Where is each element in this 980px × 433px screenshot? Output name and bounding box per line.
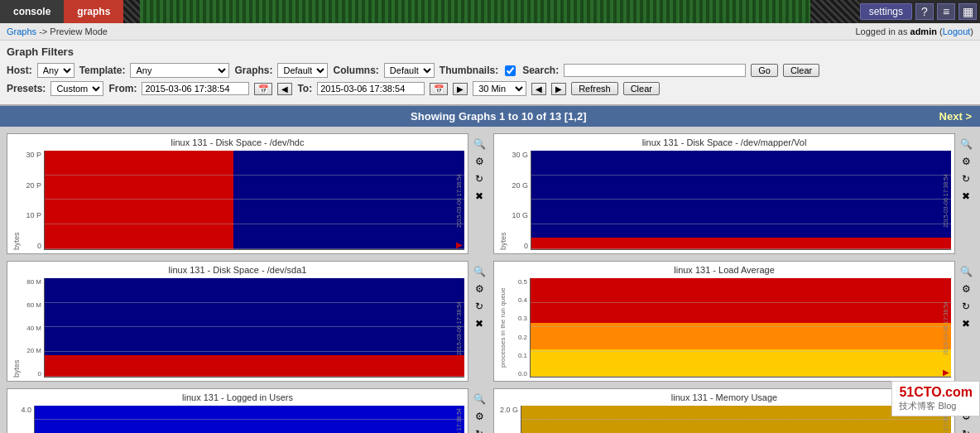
calendar-to-btn[interactable]: 📅: [430, 83, 448, 95]
settings-icon-1[interactable]: ⚙: [958, 154, 973, 169]
arrow-left-btn[interactable]: ◀: [277, 83, 292, 95]
settings-icon-0[interactable]: ⚙: [472, 154, 487, 169]
settings-button[interactable]: settings: [860, 3, 912, 20]
thumbnails-checkbox[interactable]: [505, 65, 516, 76]
nav-right-strip: [810, 0, 860, 23]
nav-right-buttons: settings ? ≡ ▦: [860, 0, 980, 23]
graph-box-5: linux 131 - Memory Usage 2.0 G 2015-03-0…: [493, 388, 955, 433]
clear2-button[interactable]: Clear: [623, 82, 660, 95]
bar-2: [45, 278, 464, 377]
search-input[interactable]: [564, 64, 746, 77]
host-select[interactable]: Any: [37, 63, 74, 78]
span-select[interactable]: 30 Min 1 Hour 2 Hours: [473, 81, 526, 96]
to-input[interactable]: [317, 82, 425, 95]
graph-icons-3: 🔍 ⚙ ↻ ✖: [958, 261, 973, 331]
refresh-icon-5[interactable]: ↻: [958, 426, 973, 433]
graph-box-2: linux 131 - Disk Space - /dev/sda1 bytes…: [7, 261, 468, 382]
clear-button[interactable]: Clear: [783, 64, 819, 77]
graph-icons-4: 🔍 ⚙ ↻ ✖: [472, 388, 487, 433]
next-link[interactable]: Next >: [939, 110, 972, 123]
filter-row-2: Presets: Custom From: 📅 ◀ To: 📅 ▶ 30 Min…: [7, 81, 973, 96]
y-label-0: bytes: [11, 151, 21, 250]
columns-label: Columns:: [333, 65, 378, 76]
y-label-3: processes in the run queue: [497, 278, 507, 378]
zoom-icon-0[interactable]: 🔍: [472, 137, 487, 152]
graph-icons-1: 🔍 ⚙ ↻ ✖: [958, 133, 973, 204]
chart-area-2: ▶: [44, 278, 464, 378]
columns-select[interactable]: Default: [384, 63, 435, 78]
zoom-icon-1[interactable]: 🔍: [958, 137, 973, 152]
logout-link[interactable]: Logout: [943, 26, 971, 36]
zoom-icon-4[interactable]: 🔍: [472, 392, 487, 407]
graph-box-0: linux 131 - Disk Space - /dev/hdc bytes …: [7, 133, 468, 254]
graph-card-1: linux 131 - Disk Space - /dev/mapper/Vol…: [493, 133, 973, 254]
bar-5: [521, 406, 951, 433]
refresh-icon-0[interactable]: ↻: [472, 171, 487, 186]
filters-title: Graph Filters: [7, 46, 973, 58]
from-input[interactable]: [142, 82, 249, 95]
main-content: linux 131 - Disk Space - /dev/hdc bytes …: [0, 127, 980, 433]
graphs-tab-label: graphs: [77, 6, 110, 17]
template-select[interactable]: Any: [130, 63, 229, 78]
graphs-link[interactable]: Graphs: [7, 26, 36, 36]
delete-icon-3[interactable]: ✖: [958, 316, 973, 331]
chart-area-1: ▶: [531, 151, 951, 250]
logged-in-prefix: Logged in as: [855, 26, 907, 36]
timestamp-2: 2015-03-06 17:38:54: [453, 278, 464, 378]
graph-card-0: linux 131 - Disk Space - /dev/hdc bytes …: [7, 133, 487, 254]
y-label-1: bytes: [497, 151, 507, 250]
delete-icon-1[interactable]: ✖: [958, 189, 973, 204]
go-button[interactable]: Go: [751, 64, 778, 77]
delete-icon-0[interactable]: ✖: [472, 189, 487, 204]
settings-icon-4[interactable]: ⚙: [472, 409, 487, 424]
arrow-right-btn[interactable]: ▶: [453, 83, 468, 95]
search-label: Search:: [522, 65, 559, 76]
y-axis-3: 0.5 0.4 0.3 0.2 0.1 0.0: [507, 278, 530, 378]
graphs-grid: linux 131 - Disk Space - /dev/hdc bytes …: [7, 133, 973, 433]
graph-box-1: linux 131 - Disk Space - /dev/mapper/Vol…: [493, 133, 955, 254]
graph-title-3: linux 131 - Load Average: [497, 265, 951, 275]
y-axis-5: 2.0 G: [497, 406, 521, 433]
timestamp-0: 2015-03-06 17:38:54: [453, 151, 464, 250]
y-label-2: bytes: [11, 278, 21, 378]
thumbnails-label: Thumbnails:: [440, 65, 498, 76]
graph-icon-btn[interactable]: ▦: [958, 3, 977, 20]
refresh-icon-1[interactable]: ↻: [958, 171, 973, 186]
bar-3: [531, 278, 951, 377]
span-prev-btn[interactable]: ◀: [531, 83, 546, 95]
settings-icon-2[interactable]: ⚙: [472, 281, 487, 296]
help-icon-btn[interactable]: ?: [915, 3, 934, 20]
breadcrumb-arrow: ->: [39, 26, 47, 36]
template-label: Template:: [79, 65, 126, 76]
graphs-select[interactable]: Default: [277, 63, 328, 78]
to-label: To:: [297, 83, 312, 94]
menu-icon-btn[interactable]: ≡: [937, 3, 955, 20]
graph-title-2: linux 131 - Disk Space - /dev/sda1: [11, 265, 464, 275]
breadcrumb-bar: Graphs -> Preview Mode Logged in as admi…: [0, 23, 980, 41]
graph-title-5: linux 131 - Memory Usage: [497, 392, 951, 402]
graph-card-3: linux 131 - Load Average processes in th…: [493, 261, 973, 382]
zoom-icon-3[interactable]: 🔍: [958, 264, 973, 279]
breadcrumb-current: Preview Mode: [50, 26, 108, 36]
calendar-from-btn[interactable]: 📅: [254, 83, 272, 95]
graphs-tab[interactable]: graphs: [64, 0, 123, 23]
refresh-icon-4[interactable]: ↻: [472, 426, 487, 433]
delete-icon-2[interactable]: ✖: [472, 316, 487, 331]
logo-subtitle: 技术博客 Blog: [899, 400, 973, 412]
filter-row-1: Host: Any Template: Any Graphs: Default …: [7, 63, 973, 78]
settings-icon-3[interactable]: ⚙: [958, 281, 973, 296]
console-tab[interactable]: console: [0, 0, 64, 23]
span-next-btn[interactable]: ▶: [551, 83, 566, 95]
bar-4: [35, 406, 464, 433]
refresh-button[interactable]: Refresh: [571, 82, 618, 95]
showing-bar: Showing Graphs 1 to 10 of 13 [1,2] Next …: [0, 106, 980, 127]
graph-box-4: linux 131 - Logged in Users 4.0 3.0 2015…: [7, 388, 468, 433]
refresh-icon-3[interactable]: ↻: [958, 299, 973, 314]
graph-title-1: linux 131 - Disk Space - /dev/mapper/Vol: [497, 137, 951, 147]
refresh-icon-2[interactable]: ↻: [472, 299, 487, 314]
bar-0: [45, 151, 464, 249]
presets-select[interactable]: Custom: [50, 81, 103, 96]
y-axis-0: 30 P 20 P 10 P 0: [21, 151, 44, 250]
zoom-icon-2[interactable]: 🔍: [472, 264, 487, 279]
graph-box-3: linux 131 - Load Average processes in th…: [493, 261, 955, 382]
